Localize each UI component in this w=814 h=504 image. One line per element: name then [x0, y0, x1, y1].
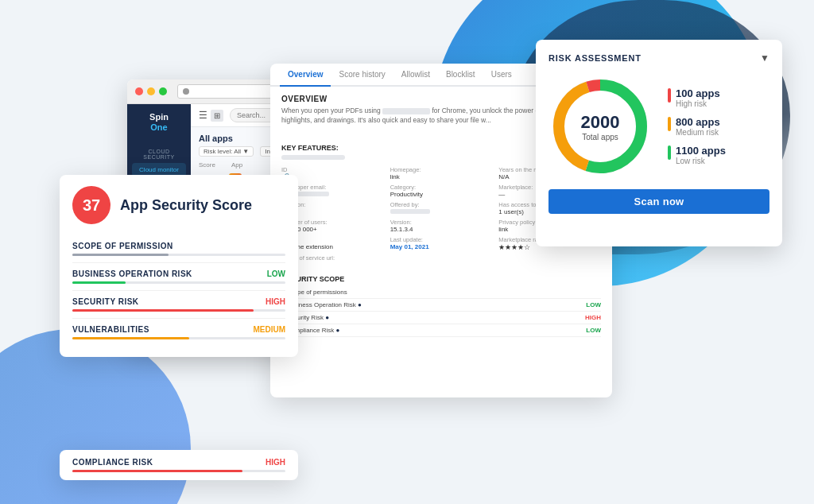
business-level: LOW	[267, 269, 285, 278]
meta-last-update: Last update: May 01, 2021	[390, 236, 493, 251]
business-name: BUSINESS OPERATION RISK	[72, 269, 192, 278]
business-bar	[72, 281, 285, 284]
legend-medium-label: Medium risk	[676, 128, 720, 137]
col-app: App	[231, 161, 242, 169]
cloud-monitor-label: Cloud monitor	[139, 166, 179, 173]
legend-dot-red	[668, 88, 671, 103]
risk-row-vulnerabilities: VULNERABILITIES MEDIUM	[72, 319, 285, 346]
addressbar-icon	[183, 88, 189, 95]
risk-panel-title: RISK ASSESSMENT	[548, 53, 642, 63]
risk-row-business: BUSINESS OPERATION RISK LOW	[72, 263, 285, 291]
scope-row-permissions: ▸ Scope of permissions	[281, 286, 601, 299]
score-number: 37	[83, 196, 100, 215]
security-scope-title: SECURITY SCOPE	[281, 275, 601, 283]
scope-name: SCOPE OF PERMISSION	[72, 242, 173, 250]
risk-row-vuln-content: VULNERABILITIES MEDIUM	[72, 325, 285, 334]
score-label: App Security Score	[120, 197, 252, 214]
risk-row-business-content: BUSINESS OPERATION RISK LOW	[72, 269, 285, 278]
business-bar-fill	[72, 281, 126, 284]
compliance-bar	[72, 470, 285, 472]
risk-row-security: SECURITY RISK HIGH	[72, 291, 285, 319]
tab-users[interactable]: Users	[483, 64, 520, 87]
legend-low-text: 1100 apps Low risk	[676, 145, 726, 165]
legend-medium-text: 800 apps Medium risk	[676, 116, 720, 137]
legend-high-label: High risk	[676, 99, 720, 108]
risk-legend: 100 apps High risk 800 apps Medium risk …	[668, 87, 769, 165]
score-header: 37 App Security Score	[72, 186, 285, 224]
risk-panel-chevron-icon[interactable]: ▼	[760, 52, 769, 64]
col-score: Score	[199, 161, 215, 169]
scope-security-risk: HIGH	[585, 314, 601, 321]
meta-version: Version: 15.1.3.4	[390, 219, 493, 233]
legend-high-text: 100 apps High risk	[676, 87, 720, 108]
placeholder-bar-1	[281, 155, 345, 160]
risk-assessment-panel: RISK ASSESSMENT ▼ 2000 Total apps	[536, 40, 782, 246]
vuln-name: VULNERABILITIES	[72, 325, 149, 334]
scope-bar	[72, 254, 285, 256]
legend-medium-count: 800 apps	[676, 116, 720, 128]
vuln-bar-fill	[72, 337, 189, 339]
score-card: 37 App Security Score SCOPE OF PERMISSIO…	[60, 175, 298, 357]
security-level: HIGH	[266, 297, 285, 306]
filter-risk[interactable]: Risk level: All ▼	[199, 146, 254, 157]
donut-center: 2000 Total apps	[581, 112, 620, 142]
legend-low-count: 1100 apps	[676, 145, 726, 157]
donut-chart: 2000 Total apps	[548, 75, 652, 178]
legend-low-label: Low risk	[676, 157, 726, 165]
scope-bar-fill	[72, 254, 169, 256]
sidebar-section-label: CLOUD SECURITY	[132, 149, 186, 160]
risk-row-security-content: SECURITY RISK HIGH	[72, 297, 285, 306]
legend-high: 100 apps High risk	[668, 87, 769, 108]
risk-panel-body: 2000 Total apps 100 apps High risk 800 a…	[548, 75, 769, 178]
vuln-level: MEDIUM	[253, 325, 285, 334]
risk-row-scope-content: SCOPE OF PERMISSION	[72, 242, 285, 250]
security-bar-fill	[72, 309, 254, 312]
scope-business-risk: LOW	[586, 301, 601, 308]
score-circle: 37	[72, 186, 110, 224]
legend-dot-green	[668, 145, 671, 160]
tab-allowlist[interactable]: Allowlist	[393, 64, 438, 87]
risk-panel-header: RISK ASSESSMENT ▼	[548, 52, 769, 64]
compliance-name: COMPLIANCE RISK	[72, 458, 153, 467]
scope-row-security: ▸ Security Risk ● HIGH	[281, 312, 601, 324]
compliance-bar-fill	[72, 470, 242, 472]
browser-dot-yellow	[147, 87, 155, 95]
security-bar	[72, 309, 285, 312]
scan-now-button[interactable]: Scan now	[548, 189, 769, 214]
legend-high-count: 100 apps	[676, 87, 720, 99]
meta-offered: Offered by:	[390, 201, 493, 215]
vuln-bar	[72, 337, 285, 339]
security-name: SECURITY RISK	[72, 297, 139, 306]
legend-low: 1100 apps Low risk	[668, 145, 769, 165]
scope-compliance-risk: LOW	[586, 327, 601, 334]
tab-blocklist[interactable]: Blocklist	[438, 64, 483, 87]
spinone-logo: SpinOne	[149, 112, 169, 133]
meta-homepage: Homepage: link	[390, 166, 493, 180]
donut-label: Total apps	[581, 133, 620, 142]
compliance-content: COMPLIANCE RISK HIGH	[72, 458, 285, 467]
donut-total: 2000	[581, 112, 620, 133]
legend-medium: 800 apps Medium risk	[668, 116, 769, 137]
browser-dot-red	[135, 87, 143, 95]
legend-dot-orange	[668, 117, 671, 131]
risk-row-scope: SCOPE OF PERMISSION	[72, 235, 285, 263]
browser-dot-green	[159, 87, 167, 95]
compliance-level: HIGH	[266, 458, 285, 467]
meta-category: Category: Productivity	[390, 184, 493, 198]
scope-row-compliance: ▸ Compliance Risk ● LOW	[281, 324, 601, 337]
compliance-card: COMPLIANCE RISK HIGH	[60, 450, 298, 480]
scope-row-business: ▸ Business Operation Risk ● LOW	[281, 299, 601, 312]
tab-score-history[interactable]: Score history	[331, 64, 393, 87]
tab-overview[interactable]: Overview	[280, 64, 331, 87]
